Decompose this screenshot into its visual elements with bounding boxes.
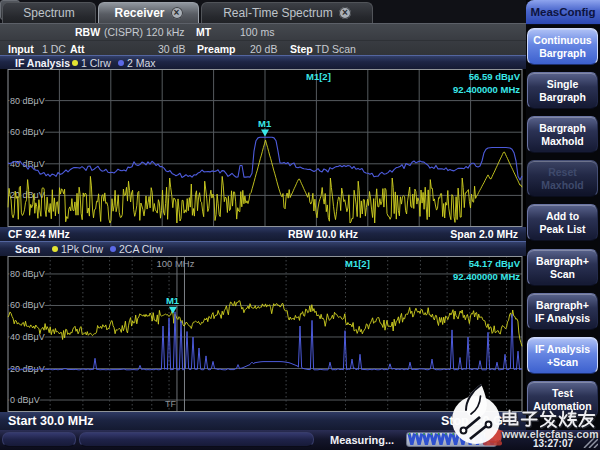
progress-chevrons [407, 433, 496, 446]
trace-color-dot [118, 60, 124, 66]
trace-legend-label: 1 Clrw [81, 57, 111, 69]
resize-grip-icon [580, 434, 598, 448]
progress-tick [482, 433, 483, 435]
progress-tick [409, 433, 410, 435]
softkey-label-line: Continuous [528, 34, 597, 47]
softkey-reset-maxhold: ResetMaxhold [527, 160, 598, 197]
progress-tick [475, 433, 476, 435]
tab-label: Spectrum [23, 6, 74, 20]
progress-tick [431, 433, 432, 435]
marker-name: M1 [166, 295, 180, 306]
if-analysis-title: IF Analysis [15, 57, 70, 69]
progress-chevron [431, 434, 437, 445]
marker-readout-frequency: 92.400000 MHz [453, 84, 520, 95]
if-analysis-titlebar[interactable]: IF Analysis 1 Clrw2 Max [0, 55, 526, 69]
progress-tick [446, 433, 447, 435]
setting-mt-label: MT [196, 26, 211, 38]
trace-color-dot [110, 246, 116, 252]
progress-chevron [446, 434, 452, 445]
progress-tick [424, 433, 425, 435]
softkey-menu-title: MeasConfig [526, 0, 600, 25]
trace-color-dot [52, 246, 58, 252]
y-axis-tick-label: 60 dBμV [10, 300, 45, 310]
setting-preamp-value: 20 dB [250, 43, 277, 55]
if-analysis-plot[interactable]: 80 dBμV60 dBμV40 dBμV20 dBμVM1M1[2]56.59… [0, 69, 526, 227]
tab-close-icon[interactable]: × [339, 7, 351, 19]
if-span: Span 2.0 MHz [450, 228, 518, 240]
setting-att-label: Att [70, 43, 85, 55]
softkey-label-line: Peak List [528, 223, 597, 236]
clock: 13:27:07 [533, 438, 573, 449]
softkey-bargraph-if-analysis[interactable]: Bargraph+IF Analysis [527, 293, 598, 330]
progress-chevron [460, 434, 466, 445]
trace-legend-label: 2CA Clrw [119, 243, 163, 255]
if-analysis-footer: CF 92.4 MHz RBW 10.0 kHz Span 2.0 MHz [0, 227, 526, 241]
settings-row-2: Input1 DCAtt30 dBPreamp20 dBStepTD Scan [0, 40, 526, 56]
softkey-label-line: Reset [528, 166, 597, 179]
softkey-label-line: Single [528, 78, 597, 91]
tab-receiver[interactable]: Receiver× [98, 2, 199, 23]
softkey-label-line: Bargraph+ [528, 299, 597, 312]
settings-row-1: RBW(CISPR) 120 kHzMT100 ms [0, 24, 526, 40]
scan-start-freq: Start 30.0 MHz [8, 414, 93, 428]
softkey-add-to-peak-list[interactable]: Add toPeak List [527, 204, 598, 241]
softkey-label-line: +Scan [528, 356, 597, 369]
progress-chevron [467, 434, 473, 445]
scan-plot[interactable]: 100 MHzTF80 dBμV60 dBμV40 dBμV20 dBμV0 d… [0, 256, 526, 412]
progress-tick [438, 433, 439, 435]
softkey-label-line: Test [528, 387, 597, 400]
setting-input-label: Input [8, 43, 34, 55]
softkey-sidebar: MeasConfig ContinuousBargraphSingleBargr… [526, 0, 600, 450]
status-bar: Measuring... 13:27:07 [0, 430, 600, 450]
marker-arrow-icon[interactable] [169, 307, 177, 314]
softkey-continuous-bargraph[interactable]: ContinuousBargraph [527, 28, 598, 65]
tab-spectrum[interactable]: Spectrum [2, 2, 96, 23]
softkey-label-line: Add to [528, 210, 597, 223]
progress-tick [468, 433, 469, 435]
trace-legend-2ca-clrw: 2CA Clrw [110, 243, 163, 255]
softkey-test-automation[interactable]: TestAutomation [527, 381, 598, 418]
setting-input-value: 1 DC [42, 43, 66, 55]
marker-label: M1[2] [306, 71, 331, 82]
tab-label: Real-Time Spectrum [223, 6, 333, 20]
trace-legend-1-clrw: 1 Clrw [72, 57, 111, 69]
softkey-bargraph-maxhold[interactable]: BargraphMaxhold [527, 116, 598, 153]
scan-title: Scan [15, 243, 40, 255]
status-message: Measuring... [330, 434, 394, 446]
softkey-bargraph-scan[interactable]: Bargraph+Scan [527, 249, 598, 286]
x-gridline-label: 100 MHz [156, 258, 194, 269]
softkey-label-line: Bargraph+ [528, 255, 597, 268]
setting-rbw-label: RBW [75, 26, 100, 38]
tab-real-time-spectrum[interactable]: Real-Time Spectrum× [201, 2, 373, 23]
trace-color-dot [72, 60, 78, 66]
marker-arrow-icon[interactable] [261, 130, 269, 137]
y-axis-tick-label: 0 dBμV [10, 395, 40, 405]
setting-preamp-label: Preamp [197, 43, 236, 55]
scan-titlebar[interactable]: Scan 1Pk Clrw2CA Clrw [0, 241, 526, 256]
settings-bar: RBW(CISPR) 120 kHzMT100 ms Input1 DCAtt3… [0, 23, 526, 55]
tab-close-icon[interactable]: × [171, 7, 183, 19]
marker-readout-level: 56.59 dBμV [469, 71, 521, 82]
transducer-label: TF [165, 399, 176, 409]
progress-bar [406, 432, 497, 447]
status-field-2 [79, 432, 314, 447]
softkey-label-line: Maxhold [528, 179, 597, 192]
progress-chevron [416, 434, 422, 445]
marker-readout-level: 54.17 dBμV [469, 258, 521, 269]
softkey-label-line: Bargraph [528, 47, 597, 60]
softkey-single-bargraph[interactable]: SingleBargraph [527, 72, 598, 109]
scan-stop-freq: Stop 1.0 GHz [441, 414, 518, 428]
marker-name: M1 [258, 118, 272, 129]
tab-label: Receiver [114, 6, 164, 20]
setting-rbw-value: (CISPR) 120 kHz [104, 26, 185, 38]
setting-att-value: 30 dB [158, 43, 185, 55]
progress-chevron [453, 434, 459, 445]
trace-legend-label: 1Pk Clrw [61, 243, 103, 255]
progress-chevron [475, 434, 481, 445]
marker-readout-frequency: 92.400000 MHz [453, 271, 520, 282]
setting-step-value: TD Scan [315, 43, 356, 55]
softkey-if-analysis-scan[interactable]: IF Analysis+Scan [527, 337, 598, 374]
trace-1pk-clrw [8, 301, 522, 347]
emi-receiver-screen: SpectrumReceiver×Real-Time Spectrum× RBW… [0, 0, 600, 450]
softkey-label-line: Automation [528, 400, 597, 413]
